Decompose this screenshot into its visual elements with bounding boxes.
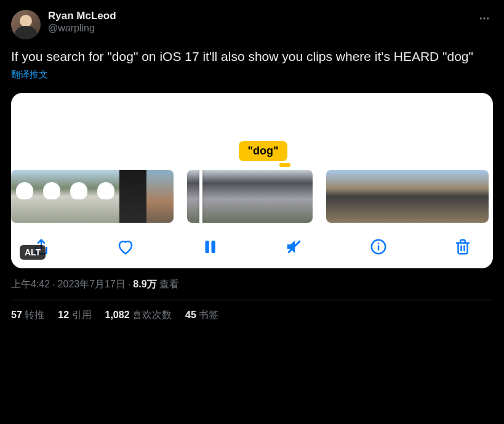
thumbnail [434, 170, 462, 223]
stats-row: 57 转推 12 引用 1,082 喜欢次数 45 书签 [11, 309, 493, 322]
thumbnail [38, 170, 65, 223]
thumbnail [65, 170, 92, 223]
avatar[interactable] [11, 10, 41, 39]
svg-point-0 [480, 17, 482, 19]
tweet-time[interactable]: 上午4:42 [11, 278, 50, 291]
media-card[interactable]: "dog" [11, 93, 493, 268]
thumbnail [229, 170, 271, 223]
dot: · [128, 279, 130, 290]
thumbnail [407, 170, 434, 223]
tweet-date[interactable]: 2023年7月17日 [58, 278, 126, 291]
clip-group-1[interactable] [11, 170, 174, 223]
user-handle: @warpling [48, 22, 468, 34]
caption-marker-icon [279, 163, 290, 167]
thumbnail [187, 170, 229, 223]
views-label: 查看 [159, 278, 179, 291]
thumbnail [380, 170, 407, 223]
playhead-icon[interactable] [199, 170, 202, 223]
thumbnail [119, 170, 146, 223]
media-toolbar [11, 223, 493, 260]
pause-icon[interactable] [201, 238, 219, 256]
trash-icon[interactable] [454, 238, 472, 256]
user-name-block[interactable]: Ryan McLeod @warpling [48, 10, 468, 34]
caption-label: "dog" [239, 141, 287, 161]
svg-rect-3 [206, 241, 209, 253]
svg-point-1 [483, 17, 485, 19]
thumbnail [11, 170, 38, 223]
video-timeline[interactable] [11, 170, 493, 223]
heart-icon[interactable] [116, 238, 135, 256]
tweet-text: If you search for "dog" on iOS 17 it'll … [11, 48, 493, 65]
mute-icon[interactable] [285, 238, 303, 256]
svg-point-2 [487, 17, 489, 19]
views-count[interactable]: 8.9万 [133, 278, 156, 291]
alt-badge[interactable]: ALT [20, 245, 46, 260]
thumbnail [462, 170, 489, 223]
thumbnail [92, 170, 119, 223]
clip-group-2[interactable] [187, 170, 313, 223]
thumbnail [353, 170, 380, 223]
retweets-stat[interactable]: 57 转推 [11, 309, 44, 322]
likes-stat[interactable]: 1,082 喜欢次数 [105, 309, 172, 322]
svg-rect-4 [212, 241, 215, 253]
tweet-header: Ryan McLeod @warpling [11, 10, 493, 39]
display-name: Ryan McLeod [48, 10, 468, 22]
quotes-stat[interactable]: 12 引用 [58, 309, 91, 322]
dot: · [52, 279, 55, 290]
bookmarks-stat[interactable]: 45 书签 [185, 309, 218, 322]
divider [11, 300, 493, 300]
thumbnail [146, 170, 174, 223]
caption-wrap: "dog" [11, 141, 493, 161]
clip-group-3[interactable] [326, 170, 489, 223]
tweet-container: Ryan McLeod @warpling If you search for … [0, 0, 504, 332]
thumbnail [326, 170, 353, 223]
translate-link[interactable]: 翻译推文 [11, 69, 48, 81]
thumbnail [271, 170, 313, 223]
meta-row: 上午4:42 · 2023年7月17日 · 8.9万 查看 [11, 278, 493, 291]
more-options-icon[interactable] [476, 10, 493, 30]
info-icon[interactable] [369, 238, 388, 256]
